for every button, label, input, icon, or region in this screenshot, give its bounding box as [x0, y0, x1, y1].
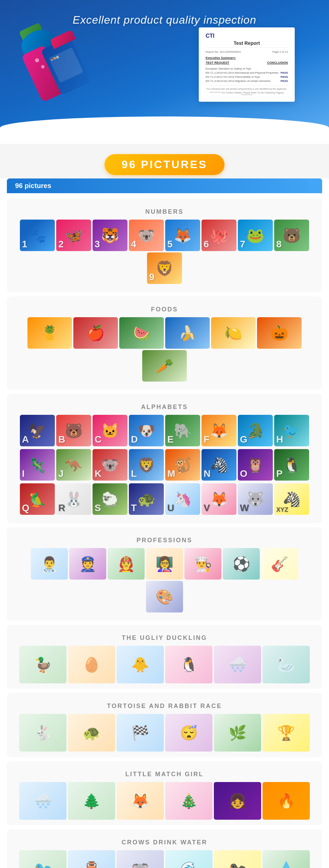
- alpha-C-cell: 🐱 C: [93, 415, 127, 446]
- alpha-R-cell: 🐰 R: [56, 483, 91, 515]
- match-girl-grid: 🌨️ 🌲 🦊 🎄 👧 🔥: [12, 782, 317, 820]
- prof-teacher-cell: 👩‍🏫: [146, 548, 183, 580]
- ugly-duckling-label: THE UGLIY DUCKLING: [12, 634, 317, 642]
- alphabet-row3: 🦜 Q 🐰 R 🐑 S 🐢 T 🦄 U 🦊 V: [12, 483, 317, 515]
- tortoise-cell-1: 🐇: [19, 714, 66, 752]
- report-meta: Report No. SCL01R0526S01 Page 2 of 13: [206, 50, 288, 53]
- report-company: CTI: [206, 33, 288, 39]
- test-report-card: CTI Test Report Report No. SCL01R0526S01…: [199, 27, 295, 102]
- match-girl-cell-3: 🦊: [117, 782, 164, 820]
- alphabets-label: ALPHABETS: [12, 404, 317, 411]
- match-girl-label: LITTLE MATCH GIRL: [12, 771, 317, 778]
- report-no: Report No. SCL01R0526S01: [206, 50, 241, 53]
- food-banana-cell: 🍌: [165, 317, 210, 349]
- duckling-cell-3: 🐥: [117, 646, 164, 683]
- duckling-cell-2: 🥚: [68, 646, 115, 683]
- number-2-cell: 🦋 2: [56, 220, 91, 251]
- foods-label: FOODS: [12, 306, 317, 313]
- main-content: 96 pictures NUMBERS 🐾 1 🦋 2 🐯 3 🐨 4 🦊: [0, 178, 329, 868]
- report-note: For chemical test, the tested component(…: [206, 85, 288, 96]
- alpha-N-cell: 🦓 N: [202, 449, 236, 481]
- prof-painter-cell: 🎨: [146, 581, 183, 612]
- hero-section: Excellent product quality inspection 📚🎨🔢…: [0, 0, 329, 144]
- foods-grid: 🍍 🍎 🍉 🍌 🍋 🎃 🥕: [12, 317, 317, 382]
- tortoise-cell-6: 🏆: [263, 714, 310, 752]
- alphabets-section: ALPHABETS 🦅 A 🐻 B 🐱 C 🐶 D 🐘 E: [7, 394, 322, 523]
- alpha-Q-cell: 🦜 Q: [20, 483, 55, 515]
- number-8-cell: 🐻 8: [274, 220, 309, 251]
- number-5-cell: 🦊 5: [165, 220, 200, 251]
- match-girl-section: LITTLE MATCH GIRL 🌨️ 🌲 🦊 🎄 👧 🔥: [7, 761, 322, 825]
- number-9-cell: 🦁 9: [147, 252, 182, 284]
- alpha-F-cell: 🦊 F: [202, 415, 236, 446]
- food-pineapple-cell: 🍍: [27, 317, 72, 349]
- food-pumpkin-cell: 🎃: [257, 317, 302, 349]
- crows-section: CROWS DRINK WATER 🐦 🏺 🐨 🌊 🐦‍⬛ 💧: [7, 829, 322, 868]
- numbers-section: NUMBERS 🐾 1 🦋 2 🐯 3 🐨 4 🦊 5: [7, 199, 322, 292]
- prof-chef-cell: 👨‍🍳: [184, 548, 221, 580]
- report-page: Page 2 of 13: [272, 50, 288, 53]
- alpha-G-cell: 🐊 G: [238, 415, 273, 446]
- alpha-W-cell: 🐺 W: [238, 483, 273, 515]
- badge-section: 96 PICTURES: [0, 144, 329, 178]
- alpha-D-cell: 🐶 D: [129, 415, 164, 446]
- toy-illustration: 📚🎨🔢: [14, 21, 103, 123]
- crows-label: CROWS DRINK WATER: [12, 839, 317, 846]
- alpha-H-cell: 🐦 H: [274, 415, 309, 446]
- tortoise-grid: 🐇 🐢 🏁 😴 🌿 🏆: [12, 714, 317, 752]
- report-item-1: EN 71-1:2014+A1:2014 Mechanical and Phys…: [206, 71, 288, 74]
- tortoise-cell-3: 🏁: [117, 714, 164, 752]
- report-item-2: EN 71-2:2011+A1:2014 Flammability of Toy…: [206, 75, 288, 78]
- alpha-XYZ-cell: 🦓 XYZ: [274, 483, 309, 515]
- numbers-label: NUMBERS: [12, 208, 317, 215]
- alpha-A-cell: 🦅 A: [20, 415, 55, 446]
- food-carrot-cell: 🥕: [142, 350, 187, 382]
- professions-label: PROFESSIONS: [12, 537, 317, 544]
- alpha-K-cell: 🐨 K: [93, 449, 127, 481]
- match-girl-cell-2: 🌲: [68, 782, 115, 820]
- foods-section: FOODS 🍍 🍎 🍉 🍌 🍋 🎃 🥕: [7, 296, 322, 390]
- professions-grid: 👨‍⚕️ 👮 👨‍🚒 👩‍🏫 👨‍🍳 ⚽ 🎸 🎨: [12, 548, 317, 612]
- ugly-duckling-grid: 🦆 🥚 🐥 🐧 🌨️ 🦢: [12, 646, 317, 683]
- tortoise-cell-2: 🐢: [68, 714, 115, 752]
- prof-firefighter-cell: 👨‍🚒: [108, 548, 145, 580]
- alpha-E-cell: 🐘 E: [165, 415, 200, 446]
- tortoise-label: TORTOISE AND RABBIT RACE: [12, 703, 317, 710]
- crow-cell-6: 💧: [263, 850, 310, 868]
- alphabet-row1: 🦅 A 🐻 B 🐱 C 🐶 D 🐘 E 🦊 F: [12, 415, 317, 446]
- content-header-bar: 96 pictures: [7, 178, 322, 193]
- prof-athlete-cell: ⚽: [223, 548, 260, 580]
- crow-cell-2: 🏺: [68, 850, 115, 868]
- crow-cell-3: 🐨: [117, 850, 164, 868]
- number-1-cell: 🐾 1: [20, 220, 55, 251]
- alpha-T-cell: 🐢 T: [129, 483, 164, 515]
- crow-cell-5: 🐦‍⬛: [214, 850, 261, 868]
- prof-police-cell: 👮: [69, 548, 106, 580]
- alpha-L-cell: 🦁 L: [129, 449, 164, 481]
- match-girl-cell-1: 🌨️: [19, 782, 66, 820]
- food-apple-cell: 🍎: [73, 317, 118, 349]
- number-6-cell: 🐙 6: [202, 220, 236, 251]
- crow-cell-4: 🌊: [165, 850, 212, 868]
- test-request-label: TEST REQUEST: [206, 61, 229, 64]
- duckling-cell-6: 🦢: [263, 646, 310, 683]
- tortoise-cell-4: 😴: [165, 714, 212, 752]
- match-girl-cell-4: 🎄: [165, 782, 212, 820]
- duckling-cell-4: 🐧: [165, 646, 212, 683]
- duckling-cell-5: 🌨️: [214, 646, 261, 683]
- alpha-J-cell: 🦘 J: [56, 449, 91, 481]
- alpha-M-cell: 🐒 M: [165, 449, 200, 481]
- numbers-grid: 🐾 1 🦋 2 🐯 3 🐨 4 🦊 5 🐙 6: [12, 220, 317, 284]
- duckling-cell-1: 🦆: [19, 646, 66, 683]
- number-7-cell: 🐸 7: [238, 220, 273, 251]
- hero-wave: [0, 116, 329, 144]
- conclusion-label: CONCLUSION: [267, 61, 288, 64]
- alpha-O-cell: 🦉 O: [238, 449, 273, 481]
- alphabet-row2: 🦎 I 🦘 J 🐨 K 🦁 L 🐒 M 🦓 N: [12, 449, 317, 481]
- alpha-I-cell: 🦎 I: [20, 449, 55, 481]
- report-item-3: EN 71-3:2013+A1:2014 Migration of certai…: [206, 79, 288, 83]
- number-4-cell: 🐨 4: [129, 220, 164, 251]
- alpha-V-cell: 🦊 V: [202, 483, 236, 515]
- food-lemon-cell: 🍋: [211, 317, 256, 349]
- report-summary-label: Executive Summary:: [206, 56, 288, 60]
